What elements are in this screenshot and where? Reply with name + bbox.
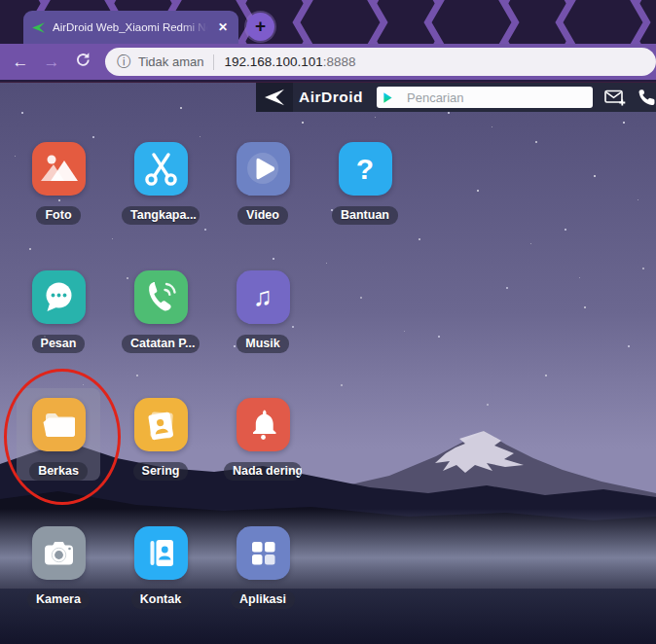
grid-icon	[237, 526, 290, 580]
reload-icon[interactable]	[70, 52, 95, 73]
app-tile-berkas[interactable]: Berkas	[10, 398, 107, 484]
call-log-app-icon[interactable]	[134, 270, 188, 324]
browser-window: AirDroid Web_Xiaomi Redmi Not ✕ + ← → ⓘ …	[0, 0, 656, 644]
app-label: Tangkapa...	[122, 206, 200, 225]
app-label: Berkas	[29, 462, 88, 481]
new-tab-button[interactable]: +	[246, 13, 274, 41]
app-label: Kamera	[27, 590, 90, 609]
contacts-app-icon[interactable]	[134, 526, 188, 580]
app-tile-kontak[interactable]: Kontak	[112, 526, 209, 613]
app-label: Video	[237, 206, 288, 225]
search-box[interactable]	[377, 87, 593, 108]
bell-icon	[237, 398, 290, 451]
app-tile-tangkapan[interactable]: Tangkapa...	[112, 142, 209, 229]
video-app-icon[interactable]	[237, 142, 290, 196]
ringtones-app-icon[interactable]	[237, 398, 290, 451]
app-tile-bantuan[interactable]: ? Bantuan	[316, 142, 414, 229]
app-label: Pesan	[32, 335, 86, 353]
photos-app-icon[interactable]	[32, 142, 86, 196]
music-note-icon: ♫	[253, 282, 273, 312]
messages-app-icon[interactable]	[32, 270, 86, 324]
browser-tab-airdroid[interactable]: AirDroid Web_Xiaomi Redmi Not ✕	[23, 11, 238, 44]
mail-add-icon[interactable]	[604, 89, 626, 107]
contact-cards-icon	[134, 398, 188, 451]
airdroid-logo-icon	[256, 83, 293, 112]
scissors-icon	[134, 142, 188, 196]
app-label: Kontak	[131, 590, 190, 609]
app-label: Sering	[133, 462, 189, 481]
search-input[interactable]	[407, 90, 572, 105]
question-mark-icon: ?	[356, 153, 374, 186]
back-icon[interactable]: ←	[8, 53, 33, 72]
forward-icon[interactable]: →	[39, 53, 64, 72]
frequent-contacts-app-icon[interactable]	[134, 398, 188, 451]
app-tile-catatan[interactable]: Catatan P...	[112, 270, 209, 357]
info-icon[interactable]: ⓘ	[117, 54, 130, 71]
play-search-icon	[383, 91, 393, 104]
files-app-icon[interactable]	[32, 398, 86, 451]
security-label[interactable]: Tidak aman	[138, 54, 203, 69]
app-label: Catatan P...	[122, 335, 200, 353]
camera-app-icon[interactable]	[32, 526, 86, 580]
airdroid-header-bar: AirDroid	[256, 83, 656, 112]
app-tile-pesan[interactable]: Pesan	[10, 270, 107, 357]
brand-name: AirDroid	[299, 89, 363, 106]
app-label: Bantuan	[332, 206, 398, 225]
app-tile-aplikasi[interactable]: Aplikasi	[214, 526, 311, 613]
image-icon	[32, 142, 86, 196]
app-tile-foto[interactable]: Foto	[10, 142, 107, 229]
airdroid-favicon-icon	[31, 20, 46, 35]
tab-title: AirDroid Web_Xiaomi Redmi Not	[53, 21, 208, 33]
app-tile-video[interactable]: Video	[214, 142, 311, 229]
app-label: Musik	[237, 335, 288, 353]
app-label: Foto	[36, 206, 80, 225]
screenshot-app-icon[interactable]	[134, 142, 188, 196]
url-port: :8888	[323, 54, 356, 69]
address-separator	[213, 54, 214, 70]
app-tile-sering[interactable]: Sering	[112, 398, 209, 484]
music-app-icon[interactable]: ♫	[237, 270, 290, 324]
folder-icon	[32, 398, 86, 451]
address-bar[interactable]: ⓘ Tidak aman 192.168.100.101 :8888	[105, 48, 656, 76]
app-label: Aplikasi	[231, 590, 295, 609]
phone-icon[interactable]	[638, 89, 656, 107]
app-tile-kamera[interactable]: Kamera	[10, 526, 107, 613]
phone-call-icon	[134, 270, 188, 324]
contact-book-icon	[134, 526, 188, 580]
play-icon	[237, 142, 290, 196]
browser-toolbar: ← → ⓘ Tidak aman 192.168.100.101 :8888	[0, 44, 656, 80]
tab-strip: AirDroid Web_Xiaomi Redmi Not ✕ +	[0, 0, 656, 44]
app-label: Nada dering	[224, 462, 302, 481]
url-host: 192.168.100.101	[224, 54, 322, 69]
chat-bubble-icon	[32, 270, 86, 324]
help-app-icon[interactable]: ?	[339, 142, 392, 196]
app-tile-musik[interactable]: ♫ Musik	[214, 270, 311, 357]
apps-app-icon[interactable]	[237, 526, 290, 580]
tab-close-icon[interactable]: ✕	[215, 19, 231, 35]
app-tile-nada-dering[interactable]: Nada dering	[214, 398, 311, 484]
airdroid-web-page: AirDroid	[0, 82, 656, 644]
camera-icon	[32, 526, 86, 580]
